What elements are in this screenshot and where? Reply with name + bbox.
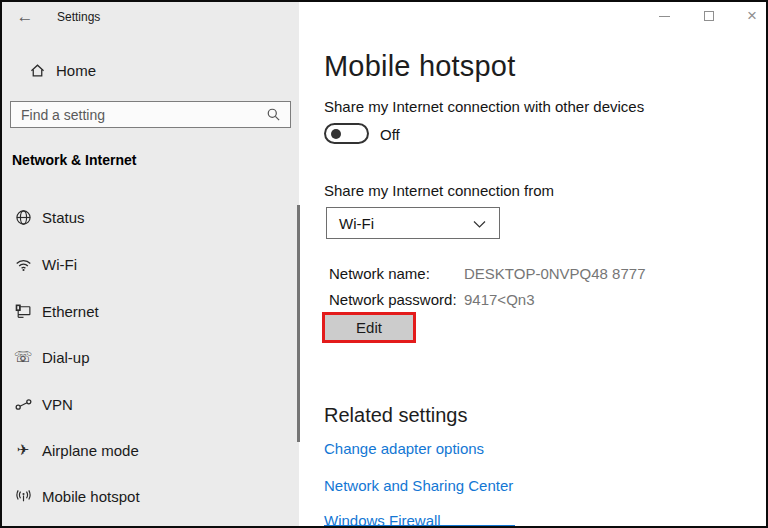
settings-window: ← Settings Home Network & Internet <box>0 0 768 528</box>
sidebar: ← Settings Home Network & Internet <box>2 2 299 526</box>
page-title: Mobile hotspot <box>324 50 515 83</box>
maximize-icon <box>704 11 714 21</box>
wifi-icon <box>14 255 32 273</box>
hotspot-icon <box>14 487 32 505</box>
home-icon <box>28 61 46 79</box>
network-password-label: Network password: <box>329 291 457 308</box>
close-button[interactable]: × <box>739 5 765 27</box>
share-from-label: Share my Internet connection from <box>324 182 554 199</box>
edit-button-highlight-box: Edit <box>322 312 416 343</box>
airplane-icon: ✈ <box>14 441 32 459</box>
link-network-sharing-center[interactable]: Network and Sharing Center <box>324 477 513 494</box>
sidebar-item-label: Home <box>56 62 96 79</box>
sidebar-item-wifi[interactable]: Wi-Fi <box>2 249 297 279</box>
network-name-value: DESKTOP-0NVPQ48 8777 <box>464 265 645 282</box>
sidebar-item-label: Ethernet <box>42 303 99 320</box>
sidebar-item-label: Airplane mode <box>42 442 139 459</box>
sidebar-item-ethernet[interactable]: Ethernet <box>2 296 297 326</box>
link-change-adapter-options[interactable]: Change adapter options <box>324 440 484 457</box>
maximize-button[interactable] <box>696 5 722 27</box>
ethernet-icon <box>14 302 32 320</box>
sidebar-section-title: Network & Internet <box>12 152 136 168</box>
share-connection-toggle[interactable] <box>324 123 369 144</box>
toggle-knob <box>331 129 341 139</box>
sidebar-item-status[interactable]: Status <box>2 202 297 232</box>
minimize-button[interactable] <box>651 5 677 27</box>
chevron-down-icon <box>473 220 486 229</box>
share-from-select[interactable]: Wi-Fi <box>326 207 500 239</box>
sidebar-item-label: Mobile hotspot <box>42 488 140 505</box>
sidebar-scrollbar-thumb[interactable] <box>297 205 300 442</box>
close-icon: × <box>747 6 757 26</box>
network-password-value: 9417<Qn3 <box>464 291 534 308</box>
back-arrow-icon: ← <box>17 7 34 26</box>
app-title: Settings <box>57 10 100 24</box>
network-name-label: Network name: <box>329 265 430 282</box>
sidebar-item-label: Dial-up <box>42 349 90 366</box>
sidebar-item-label: Status <box>42 209 85 226</box>
windows-firewall-underline <box>324 525 515 527</box>
sidebar-item-airplane-mode[interactable]: ✈ Airplane mode <box>2 435 297 465</box>
sidebar-item-mobile-hotspot[interactable]: Mobile hotspot <box>2 481 297 511</box>
share-connection-label: Share my Internet connection with other … <box>324 98 644 115</box>
toggle-state-label: Off <box>380 126 400 143</box>
search-icon[interactable] <box>266 107 290 122</box>
related-settings-title: Related settings <box>324 404 467 427</box>
sidebar-item-vpn[interactable]: VPN <box>2 389 297 419</box>
back-button[interactable]: ← <box>14 7 36 27</box>
sidebar-item-label: Wi-Fi <box>42 256 77 273</box>
sidebar-item-home[interactable]: Home <box>16 60 96 80</box>
search-input[interactable] <box>11 107 266 123</box>
minimize-icon <box>659 16 670 17</box>
sidebar-item-dialup[interactable]: ☏ Dial-up <box>2 342 297 372</box>
select-value: Wi-Fi <box>339 215 374 232</box>
edit-button[interactable]: Edit <box>325 315 413 340</box>
search-box <box>10 101 291 128</box>
sidebar-item-label: VPN <box>42 396 73 413</box>
globe-icon <box>14 208 32 226</box>
dialup-phone-icon: ☏ <box>14 348 32 366</box>
vpn-icon <box>14 395 32 413</box>
